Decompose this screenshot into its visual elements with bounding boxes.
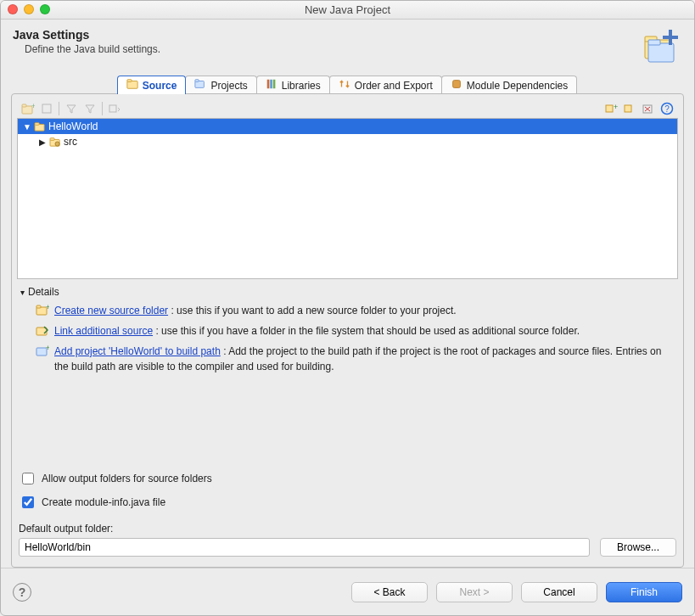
tree-src-node[interactable]: ▶ src — [18, 134, 677, 149]
svg-text:+: + — [46, 304, 49, 311]
projects-icon — [194, 78, 206, 92]
details-header: Details — [28, 286, 59, 298]
svg-rect-11 — [270, 80, 272, 89]
window-title: New Java Project — [1, 3, 694, 16]
allow-output-folders-checkbox[interactable]: Allow output folders for source folders — [19, 470, 676, 487]
build-path-tabs: Source Projects Libraries Order and Expo… — [11, 76, 684, 94]
svg-rect-18 — [109, 105, 116, 112]
svg-point-31 — [55, 142, 59, 146]
new-source-folder-icon: + — [36, 304, 49, 320]
wizard-header: Java Settings Define the Java build sett… — [1, 20, 694, 72]
svg-rect-3 — [648, 40, 660, 45]
create-module-info-checkbox[interactable]: Create module-info.java file — [19, 494, 676, 511]
create-module-info-input[interactable] — [22, 496, 34, 508]
svg-rect-33 — [36, 305, 41, 308]
collapse-all-icon[interactable] — [620, 100, 639, 117]
svg-rect-30 — [50, 138, 54, 141]
wizard-footer: ? < Back Next > Cancel Finish — [1, 568, 694, 615]
tab-label: Order and Export — [355, 80, 433, 92]
disclosure-triangle-icon[interactable]: ▶ — [38, 137, 47, 147]
source-folder-tree[interactable]: ▼ HelloWorld ▶ src — [17, 118, 678, 279]
window-close-button[interactable] — [8, 4, 18, 14]
default-output-folder-input[interactable] — [19, 538, 590, 557]
libraries-icon — [266, 78, 277, 92]
source-tab-panel: + + — [11, 93, 684, 568]
svg-rect-21 — [625, 105, 631, 112]
link-add-project-buildpath[interactable]: Add project 'HelloWorld' to build path — [54, 345, 221, 357]
svg-rect-17 — [42, 104, 51, 113]
module-icon — [451, 78, 462, 92]
tab-label: Libraries — [282, 80, 321, 92]
tab-module-dependencies[interactable]: Module Dependencies — [441, 76, 577, 94]
svg-rect-2 — [648, 43, 674, 62]
svg-text:+: + — [614, 103, 618, 111]
svg-text:+: + — [46, 344, 49, 352]
page-title: Java Settings — [13, 28, 640, 42]
link-source-icon — [36, 324, 49, 340]
remove-icon[interactable] — [639, 100, 658, 117]
svg-rect-13 — [452, 81, 460, 88]
back-button[interactable]: < Back — [351, 582, 428, 602]
default-output-label: Default output folder: — [19, 523, 676, 535]
detail-link-additional-source: Link additional source : use this if you… — [36, 323, 675, 340]
svg-rect-9 — [195, 80, 199, 82]
add-to-buildpath-icon: + — [36, 344, 49, 361]
tree-node-label: HelloWorld — [48, 120, 98, 132]
tab-source[interactable]: Source — [117, 76, 187, 94]
tab-label: Module Dependencies — [467, 80, 568, 92]
detail-create-source-folder: + Create new source folder : use this if… — [36, 303, 675, 320]
project-folder-icon — [34, 121, 46, 132]
allow-output-folders-input[interactable] — [22, 473, 34, 484]
svg-rect-19 — [606, 105, 613, 112]
tab-label: Source — [143, 80, 177, 92]
edit-icon[interactable] — [37, 100, 56, 117]
svg-rect-7 — [127, 80, 132, 82]
source-folder-icon — [126, 78, 138, 92]
window-zoom-button[interactable] — [40, 4, 50, 14]
svg-rect-5 — [663, 36, 678, 39]
svg-text:+: + — [31, 103, 35, 110]
checkbox-label: Allow output folders for source folders — [42, 473, 212, 484]
java-project-wizard-icon — [640, 28, 682, 65]
source-folder-icon — [49, 137, 61, 147]
expand-all-icon[interactable]: + — [602, 100, 620, 117]
help-button[interactable]: ? — [13, 583, 31, 602]
new-source-folder-icon[interactable]: + — [19, 100, 37, 117]
disclosure-triangle-icon[interactable]: ▾ — [20, 288, 25, 297]
tree-toolbar: + + — [17, 99, 678, 118]
details-section: ▾ Details + Create new source folder : u… — [17, 286, 678, 378]
tab-libraries[interactable]: Libraries — [256, 76, 330, 94]
detail-text: : use this if you want to add a new sour… — [171, 305, 456, 316]
svg-rect-12 — [273, 80, 276, 89]
tab-order-export[interactable]: Order and Export — [329, 76, 442, 94]
view-menu-icon[interactable] — [105, 100, 124, 117]
checkbox-label: Create module-info.java file — [42, 496, 165, 508]
order-export-icon — [339, 78, 350, 92]
link-link-additional-source[interactable]: Link additional source — [54, 325, 153, 337]
help-icon[interactable]: ? — [658, 100, 676, 117]
tab-projects[interactable]: Projects — [185, 76, 256, 94]
tree-project-node[interactable]: ▼ HelloWorld — [18, 119, 677, 134]
disclosure-triangle-icon[interactable]: ▼ — [23, 122, 31, 132]
finish-button[interactable]: Finish — [606, 582, 682, 602]
next-button[interactable]: Next > — [436, 582, 513, 602]
filter-icon[interactable] — [62, 100, 81, 117]
titlebar: New Java Project — [1, 1, 694, 20]
detail-text: : use this if you have a folder in the f… — [155, 325, 580, 337]
tree-node-label: src — [64, 136, 77, 148]
link-create-source-folder[interactable]: Create new source folder — [54, 305, 168, 316]
page-subtitle: Define the Java build settings. — [25, 43, 640, 55]
svg-rect-28 — [35, 123, 39, 126]
filter2-icon[interactable] — [81, 100, 99, 117]
detail-add-project-buildpath: + Add project 'HelloWorld' to build path… — [36, 344, 675, 374]
browse-button[interactable]: Browse... — [600, 538, 676, 557]
tab-label: Projects — [210, 80, 247, 92]
svg-rect-10 — [267, 80, 270, 89]
svg-rect-15 — [22, 104, 26, 107]
window-minimize-button[interactable] — [24, 4, 34, 14]
cancel-button[interactable]: Cancel — [521, 582, 597, 602]
svg-rect-35 — [36, 328, 47, 335]
svg-text:?: ? — [664, 104, 670, 114]
